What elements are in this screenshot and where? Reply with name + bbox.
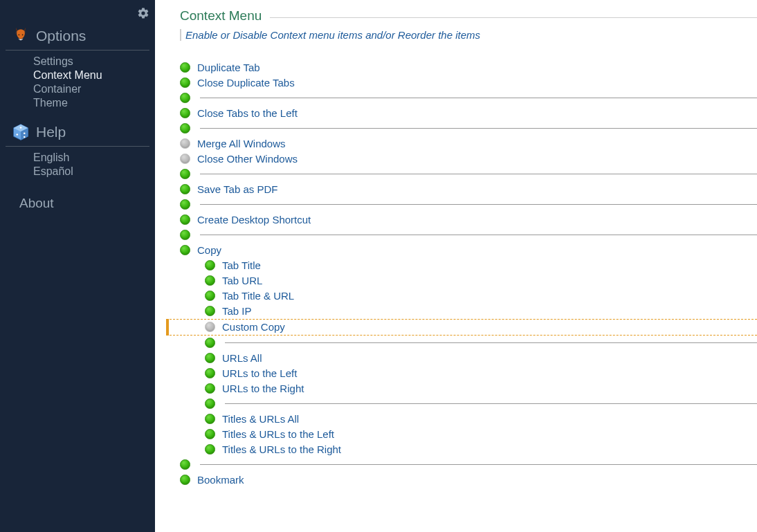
toggle-dot[interactable] [180,138,190,149]
toggle-dot[interactable] [180,475,190,485]
sidebar-options-label: Options [36,28,86,44]
menu-row-22[interactable] [180,396,757,412]
sidebar-help-item-0[interactable]: English [33,151,155,165]
menu-row-21[interactable]: URLs to the Right [180,381,757,396]
fox-icon [11,26,30,46]
menu-item-label: Duplicate Tab [197,62,260,73]
toggle-dot[interactable] [180,62,190,73]
toggle-dot[interactable] [205,260,215,270]
menu-item-label: URLs All [222,352,262,364]
toggle-dot[interactable] [180,199,190,210]
toggle-dot[interactable] [180,245,190,255]
sidebar-about[interactable]: About [0,196,155,211]
menu-item-label: Titles & URLs All [222,413,299,425]
menu-row-7[interactable] [180,167,757,182]
menu-item-label: Close Duplicate Tabs [197,77,295,89]
menu-item-label: URLs to the Right [222,383,304,394]
toggle-dot[interactable] [180,154,190,164]
menu-row-5[interactable]: Merge All Windows [180,136,757,152]
context-menu-list: Duplicate TabClose Duplicate TabsClose T… [180,60,757,488]
toggle-dot[interactable] [205,306,215,316]
menu-row-17[interactable]: Custom Copy [166,319,757,336]
toggle-dot[interactable] [180,169,190,179]
menu-row-15[interactable]: Tab Title & URL [180,288,757,304]
toggle-dot[interactable] [205,322,215,332]
toggle-dot[interactable] [205,414,215,424]
toggle-dot[interactable] [180,214,190,225]
toggle-dot[interactable] [205,275,215,286]
toggle-dot[interactable] [180,123,190,134]
menu-row-4[interactable] [180,121,757,136]
toggle-dot[interactable] [205,338,215,348]
menu-row-0[interactable]: Duplicate Tab [180,60,757,75]
sidebar-options-item-0[interactable]: Settings [33,55,155,68]
menu-row-18[interactable] [180,336,757,351]
separator-line [225,342,757,343]
sidebar-help-item-1[interactable]: Español [33,165,155,178]
menu-item-label: Tab Title [222,259,261,271]
gear-icon[interactable] [137,7,149,22]
separator-line [200,174,757,174]
toggle-dot[interactable] [205,383,215,394]
separator-line [200,98,757,98]
sidebar-options-item-2[interactable]: Container [33,82,155,96]
menu-row-2[interactable] [180,91,757,106]
panel-subtitle: Enable or Disable Context menu items and… [180,29,757,41]
toggle-dot[interactable] [205,353,215,363]
svg-point-7 [24,132,26,134]
sidebar-help-list: EnglishEspañol [0,151,155,188]
menu-item-label: Bookmark [197,474,244,486]
toggle-dot[interactable] [205,429,215,439]
toggle-dot[interactable] [205,368,215,378]
menu-row-1[interactable]: Close Duplicate Tabs [180,75,757,91]
toggle-dot[interactable] [180,108,190,118]
panel-title: Context Menu [180,8,757,25]
menu-row-19[interactable]: URLs All [180,351,757,366]
sidebar-options-item-1[interactable]: Context Menu [33,68,155,82]
menu-row-20[interactable]: URLs to the Left [180,366,757,381]
menu-row-13[interactable]: Tab Title [180,258,757,273]
toggle-dot[interactable] [205,398,215,409]
sidebar-help-label: Help [36,124,66,140]
menu-item-label: Titles & URLs to the Right [222,443,341,455]
toggle-dot[interactable] [180,184,190,194]
toggle-dot[interactable] [180,459,190,470]
menu-row-25[interactable]: Titles & URLs to the Right [180,442,757,457]
menu-row-8[interactable]: Save Tab as PDF [180,182,757,197]
menu-row-11[interactable] [180,228,757,243]
menu-row-6[interactable]: Close Other Windows [180,152,757,167]
sidebar-options-item-3[interactable]: Theme [33,96,155,110]
menu-item-label: Save Tab as PDF [197,183,277,195]
menu-item-label: Close Tabs to the Left [197,107,298,119]
toggle-dot[interactable] [205,291,215,301]
menu-row-3[interactable]: Close Tabs to the Left [180,106,757,121]
separator-line [225,403,757,404]
separator-line [200,128,757,129]
panel-title-rule [270,17,757,18]
sidebar-section-options: Options [6,24,149,51]
toggle-dot[interactable] [205,444,215,455]
menu-row-27[interactable]: Bookmark [180,473,757,488]
menu-row-14[interactable]: Tab URL [180,273,757,288]
svg-point-6 [16,134,18,136]
menu-item-label: Close Other Windows [197,153,298,165]
menu-item-label: URLs to the Left [222,367,297,379]
menu-row-23[interactable]: Titles & URLs All [180,412,757,427]
menu-row-12[interactable]: Copy [180,243,757,258]
menu-row-9[interactable] [180,197,757,212]
menu-item-label: Custom Copy [222,321,285,333]
dice-icon [11,122,30,142]
menu-row-24[interactable]: Titles & URLs to the Left [180,427,757,442]
menu-row-16[interactable]: Tab IP [180,304,757,319]
menu-row-10[interactable]: Create Desktop Shortcut [180,212,757,228]
menu-item-label: Copy [197,244,221,256]
toggle-dot[interactable] [180,77,190,88]
svg-point-5 [20,127,22,129]
sidebar-section-help: Help [6,120,149,147]
toggle-dot[interactable] [180,93,190,103]
menu-item-label: Merge All Windows [197,138,286,149]
svg-point-8 [24,136,26,138]
menu-item-label: Tab IP [222,305,252,317]
menu-row-26[interactable] [180,457,757,473]
toggle-dot[interactable] [180,230,190,240]
